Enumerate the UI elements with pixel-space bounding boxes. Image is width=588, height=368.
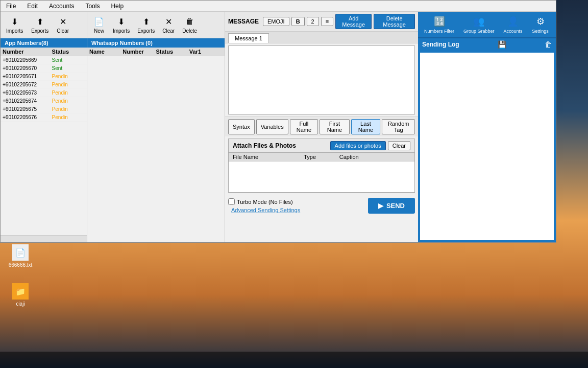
table-row[interactable]: +60102205670 Sent <box>1 64 87 73</box>
sending-log-content <box>420 53 554 240</box>
message-text-input[interactable] <box>228 45 415 114</box>
new-button[interactable]: 📄 New <box>89 14 109 36</box>
turbo-mode-label: Turbo Mode (No Files) <box>228 198 300 205</box>
message-tab-1[interactable]: Message 1 <box>228 33 269 43</box>
attach-header: Attach Files & Photos Add files or photo… <box>229 139 414 153</box>
middle-exports-icon: ⬆ <box>140 16 152 27</box>
table-row[interactable]: +60102205674 Pendin <box>1 97 87 105</box>
middle-section-title: Whatsapp Numbers (0) <box>87 38 225 48</box>
taskbar <box>0 352 588 368</box>
numbers-filter-button[interactable]: 🔢 Numbers Filter <box>420 14 458 35</box>
attach-section: Attach Files & Photos Add files or photo… <box>228 139 415 193</box>
clear-left-button[interactable]: ✕ Clear <box>53 14 72 36</box>
emoji-button[interactable]: EMOJI <box>263 17 289 26</box>
middle-clear-button[interactable]: ✕ Clear <box>159 14 178 36</box>
desktop-icon-txt[interactable]: 📄 666666.txt <box>5 244 36 268</box>
middle-imports-icon: ⬇ <box>116 16 127 27</box>
add-files-button[interactable]: Add files or photos <box>330 141 386 150</box>
table-row[interactable]: +60102205672 Pendin <box>1 81 87 89</box>
message-tab-bar: Message 1 <box>225 32 418 43</box>
horizontal-scrollbar[interactable] <box>1 235 87 242</box>
table-row[interactable]: +60102205675 Pendin <box>1 105 87 113</box>
left-toolbar: ⬇ Imports ⬆ Exports ✕ Clear <box>1 12 87 38</box>
exports-icon: ⬆ <box>34 16 45 27</box>
app-content: ⬇ Imports ⬆ Exports ✕ Clear App Numbers(… <box>1 12 556 242</box>
advanced-sending-link[interactable]: Advanced Sending Settings <box>228 207 300 213</box>
message-toolbar: MESSAGE EMOJI B 2 ≡ Add Message Delete M… <box>225 12 418 32</box>
table-row[interactable]: +60102205669 Sent <box>1 56 87 64</box>
main-app-window: File Edit Accounts Tools Help ⬇ Imports … <box>0 0 556 243</box>
accounts-icon: 👤 <box>507 15 519 28</box>
middle-exports-button[interactable]: ⬆ Exports <box>134 14 158 36</box>
imports-button[interactable]: ⬇ Imports <box>3 14 27 36</box>
full-name-button[interactable]: Full Name <box>290 119 318 134</box>
sending-log-bar: Sending Log 💾 🗑 <box>418 38 556 51</box>
left-section-title: App Numbers(8) <box>1 38 87 48</box>
random-tag-button[interactable]: Random Tag <box>382 119 415 134</box>
menu-bar: File Edit Accounts Tools Help <box>1 1 556 12</box>
left-table-header: Number Status <box>1 48 87 56</box>
table-row[interactable]: +60102205676 Pendin <box>1 113 87 122</box>
delete-message-button[interactable]: Delete Message <box>374 14 415 29</box>
right-toolbar: 🔢 Numbers Filter 👥 Group Grabber 👤 Accou… <box>418 12 556 38</box>
group-grabber-button[interactable]: 👥 Group Grabber <box>459 14 499 35</box>
right-panel: 🔢 Numbers Filter 👥 Group Grabber 👤 Accou… <box>418 12 556 242</box>
delete-button[interactable]: 🗑 Delete <box>179 14 201 36</box>
delete-log-button[interactable]: 🗑 <box>545 40 552 49</box>
left-number-table: Number Status +60102205669 Sent +6010220… <box>1 48 87 235</box>
message-panel: MESSAGE EMOJI B 2 ≡ Add Message Delete M… <box>225 12 418 242</box>
list-button[interactable]: ≡ <box>321 17 333 26</box>
menu-file[interactable]: File <box>3 2 19 11</box>
menu-help[interactable]: Help <box>108 2 127 11</box>
accounts-button[interactable]: 👤 Accounts <box>500 14 527 35</box>
middle-panel: 📄 New ⬇ Imports ⬆ Exports ✕ Clear 🗑 <box>87 12 225 242</box>
variables-button[interactable]: Variables <box>256 119 288 134</box>
txt-icon: 📄 <box>12 244 29 261</box>
group-grabber-icon: 👥 <box>473 15 485 28</box>
table-row[interactable]: +60102205673 Pendin <box>1 89 87 97</box>
table-row[interactable]: +60102205671 Pendin <box>1 73 87 81</box>
turbo-mode-checkbox[interactable] <box>228 198 235 205</box>
attach-title: Attach Files & Photos <box>233 142 330 149</box>
imports-icon: ⬇ <box>9 16 20 27</box>
menu-accounts[interactable]: Accounts <box>46 2 77 11</box>
left-panel: ⬇ Imports ⬆ Exports ✕ Clear App Numbers(… <box>1 12 87 242</box>
middle-imports-button[interactable]: ⬇ Imports <box>109 14 133 36</box>
menu-tools[interactable]: Tools <box>82 2 103 11</box>
middle-clear-icon: ✕ <box>163 16 174 27</box>
send-icon: ▶ <box>378 202 383 210</box>
settings-icon: ⚙ <box>534 15 547 28</box>
message-label: MESSAGE <box>228 18 259 25</box>
last-name-button[interactable]: Last Name <box>351 119 381 134</box>
clear-files-button[interactable]: Clear <box>388 141 410 150</box>
save-log-button[interactable]: 💾 <box>498 40 506 49</box>
num2-button[interactable]: 2 <box>307 17 319 26</box>
exports-button[interactable]: ⬆ Exports <box>28 14 52 36</box>
clear-left-icon: ✕ <box>57 16 68 27</box>
txt-label: 666666.txt <box>9 262 33 268</box>
new-icon: 📄 <box>93 16 105 27</box>
format-bar: Syntax Variables Full Name First Name La… <box>225 117 418 136</box>
send-button[interactable]: ▶ SEND <box>368 198 415 214</box>
numbers-filter-icon: 🔢 <box>433 15 446 28</box>
middle-toolbar: 📄 New ⬇ Imports ⬆ Exports ✕ Clear 🗑 <box>87 12 225 38</box>
send-area: Turbo Mode (No Files) Advanced Sending S… <box>225 195 418 217</box>
first-name-button[interactable]: First Name <box>320 119 349 134</box>
settings-button[interactable]: ⚙ Settings <box>528 14 553 35</box>
folder-icon: 📁 <box>12 283 29 300</box>
folder-label: ciaji <box>16 301 24 307</box>
add-message-button[interactable]: Add Message <box>335 14 372 29</box>
middle-table-header: Name Number Status Var1 <box>87 48 225 56</box>
desktop-icon-ciaji[interactable]: 📁 ciaji <box>5 283 36 307</box>
sending-log-title: Sending Log <box>422 41 459 48</box>
attach-table-header: File Name Type Caption <box>229 153 414 162</box>
attach-table-body <box>229 162 414 192</box>
bold-button[interactable]: B <box>291 17 305 26</box>
menu-edit[interactable]: Edit <box>24 2 41 11</box>
delete-icon: 🗑 <box>184 16 195 27</box>
syntax-button[interactable]: Syntax <box>228 119 255 134</box>
